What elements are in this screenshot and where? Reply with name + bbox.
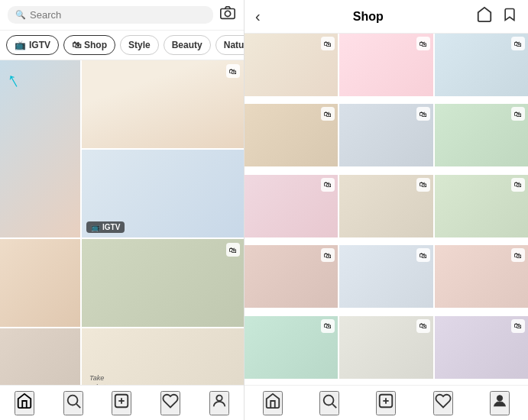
camera-button[interactable]: [219, 5, 236, 25]
bag-icon-8: 🛍: [416, 178, 430, 192]
grid-cell-3[interactable]: IGTV: [82, 150, 244, 237]
right-nav-profile-button[interactable]: [490, 391, 510, 415]
shop-cell-5[interactable]: 🛍: [339, 104, 432, 166]
search-icon: 🔍: [15, 10, 26, 20]
tab-shop-label: Shop: [84, 40, 107, 50]
header-icons: [476, 6, 517, 27]
tab-nature-label: Nature: [224, 40, 244, 50]
bag-icon-4: 🛍: [321, 107, 335, 121]
grid-cell-7[interactable]: TakeWhatYou Need: [82, 328, 244, 385]
shop-cell-13[interactable]: 🛍: [245, 316, 338, 379]
shop-cell-15[interactable]: 🛍: [435, 316, 528, 379]
tab-style[interactable]: Style: [120, 35, 159, 55]
svg-line-3: [76, 404, 80, 408]
nav-activity-button[interactable]: [160, 391, 180, 415]
right-nav-activity-button[interactable]: [433, 391, 453, 415]
grid-cell-1[interactable]: ↑: [0, 60, 80, 237]
right-nav-search-button[interactable]: [319, 391, 339, 415]
svg-point-2: [67, 395, 77, 405]
bag-icon-2: 🛍: [416, 37, 430, 50]
take-what-you-need: TakeWhatYou Need: [89, 374, 120, 385]
search-bar: 🔍: [0, 0, 244, 31]
right-panel: ‹ Shop 🛍 🛍 🛍 🛍: [245, 0, 528, 420]
shop-cell-7[interactable]: 🛍: [245, 175, 338, 237]
tabs-row: 📺 IGTV 🛍 Shop Style Beauty Nature: [0, 31, 244, 60]
search-input[interactable]: [30, 9, 206, 21]
tab-beauty-label: Beauty: [172, 40, 202, 50]
svg-point-1: [225, 11, 230, 16]
shopping-bag-icon-2: 🛍: [226, 243, 240, 257]
bag-icon-12: 🛍: [511, 248, 525, 262]
grid-cell-2[interactable]: 🛍: [82, 60, 244, 148]
shop-header: ‹ Shop: [245, 0, 528, 34]
tab-igtv-label: IGTV: [29, 40, 50, 50]
bag-icon-11: 🛍: [416, 248, 430, 262]
shop-cell-12[interactable]: 🛍: [435, 245, 528, 308]
grid-cell-5[interactable]: 🛍: [82, 239, 244, 327]
right-nav-home-button[interactable]: [263, 391, 283, 415]
nav-profile-button[interactable]: [209, 391, 229, 415]
shop-icon[interactable]: [476, 6, 493, 27]
tab-shop[interactable]: 🛍 Shop: [63, 35, 115, 55]
bookmark-icon[interactable]: [502, 6, 517, 27]
svg-point-7: [216, 395, 222, 400]
tab-style-label: Style: [128, 40, 151, 50]
shop-cell-9[interactable]: 🛍: [435, 175, 528, 237]
shop-cell-4[interactable]: 🛍: [245, 104, 338, 166]
bag-icon-3: 🛍: [511, 37, 525, 50]
igtv-badge: IGTV: [86, 221, 125, 233]
bag-icon-13: 🛍: [321, 319, 335, 333]
search-input-wrap[interactable]: 🔍: [8, 6, 213, 24]
arrow-icon: ↑: [2, 67, 24, 94]
bag-icon-10: 🛍: [321, 248, 335, 262]
shop-cell-8[interactable]: 🛍: [339, 175, 432, 237]
grid-cell-6[interactable]: [0, 328, 80, 385]
bag-icon-9: 🛍: [511, 178, 525, 192]
nav-add-button[interactable]: [112, 391, 131, 415]
shopping-bag-icon: 🛍: [226, 64, 240, 78]
grid-cell-4[interactable]: [0, 239, 80, 327]
shop-cell-1[interactable]: 🛍: [245, 34, 338, 96]
bag-icon-6: 🛍: [511, 107, 525, 121]
tab-beauty[interactable]: Beauty: [164, 35, 211, 55]
svg-point-8: [324, 395, 334, 405]
right-bottom-nav: [245, 385, 528, 420]
bag-icon-5: 🛍: [416, 107, 430, 121]
bag-icon-7: 🛍: [321, 178, 335, 192]
igtv-emoji: 📺: [15, 40, 26, 50]
tab-nature[interactable]: Nature: [215, 35, 244, 55]
shop-title: Shop: [353, 10, 384, 24]
left-panel: 🔍 📺 IGTV 🛍 Shop Style Beauty Nature: [0, 0, 245, 420]
shop-cell-14[interactable]: 🛍: [339, 316, 432, 379]
left-bottom-nav: [0, 385, 244, 420]
bag-icon-14: 🛍: [416, 319, 430, 333]
tab-igtv[interactable]: 📺 IGTV: [6, 35, 59, 55]
bag-icon-1: 🛍: [321, 37, 335, 50]
shop-grid: 🛍 🛍 🛍 🛍 🛍 🛍 🛍 🛍 🛍 🛍: [245, 34, 528, 385]
left-explore-grid: ↑ 🛍 IGTV 🛍 TakeWhatYou Need: [0, 60, 244, 385]
shop-cell-11[interactable]: 🛍: [339, 245, 432, 308]
shop-emoji: 🛍: [72, 40, 81, 50]
right-nav-add-button[interactable]: [376, 391, 396, 415]
svg-point-13: [497, 395, 502, 400]
nav-home-button[interactable]: [15, 391, 34, 415]
bag-icon-15: 🛍: [511, 319, 525, 333]
shop-cell-6[interactable]: 🛍: [435, 104, 528, 166]
shop-cell-3[interactable]: 🛍: [435, 34, 528, 96]
shop-cell-10[interactable]: 🛍: [245, 245, 338, 308]
nav-search-button[interactable]: [63, 391, 83, 415]
back-button[interactable]: ‹: [255, 8, 261, 25]
shop-cell-2[interactable]: 🛍: [339, 34, 432, 96]
svg-line-9: [332, 404, 336, 408]
